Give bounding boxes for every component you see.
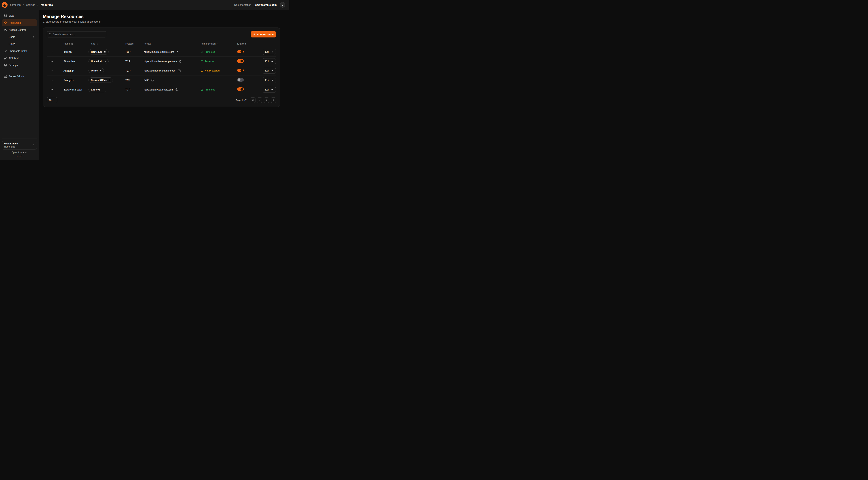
- arrow-right-icon: [271, 60, 273, 63]
- last-page-button[interactable]: [271, 97, 276, 103]
- access-cell: https://immich.example.com: [144, 50, 201, 54]
- enabled-toggle[interactable]: [237, 78, 244, 82]
- edit-button[interactable]: Edit: [263, 68, 276, 74]
- protocol-value: TCP: [125, 60, 144, 63]
- sidebar-item-shareable-links[interactable]: Shareable Links: [2, 48, 37, 54]
- toggle-knob: [241, 60, 243, 62]
- sidebar-item-roles[interactable]: Roles: [2, 40, 37, 47]
- enabled-toggle[interactable]: [237, 87, 244, 91]
- row-menu-button[interactable]: [50, 87, 54, 92]
- access-cell: https://authentik.example.com: [144, 69, 201, 72]
- sidebar-item-label: Sites: [9, 14, 14, 17]
- topbar-right: Documentation joe@example.com J: [234, 2, 285, 8]
- protocol-value: TCP: [125, 88, 144, 91]
- site-link-button[interactable]: Home Lab: [89, 49, 108, 55]
- documentation-link[interactable]: Documentation: [234, 3, 251, 6]
- arrow-up-right-icon: [99, 70, 101, 72]
- chevron-down-icon: [53, 99, 55, 101]
- sites-grid-icon: [4, 14, 7, 17]
- header-authentication[interactable]: Authentication: [201, 42, 237, 45]
- breadcrumb-resources: resources: [41, 3, 53, 6]
- row-menu-button[interactable]: [50, 59, 54, 63]
- table-row: Postgres Second Office TCP 5432 - Edit: [47, 76, 276, 85]
- arrow-right-icon: [271, 51, 273, 53]
- copy-icon[interactable]: [151, 79, 154, 82]
- site-name: Second Office: [91, 79, 107, 82]
- enabled-toggle[interactable]: [237, 69, 244, 72]
- site-link-button[interactable]: Second Office: [89, 78, 113, 83]
- auth-status: -: [201, 79, 237, 82]
- access-url: https://battery.example.com: [144, 88, 174, 91]
- enabled-toggle[interactable]: [237, 59, 244, 63]
- link-icon: [4, 50, 7, 53]
- site-name: Office: [91, 69, 98, 72]
- shield-check-icon: [201, 88, 204, 91]
- sidebar: Sites Resources Access Control Users: [0, 10, 39, 160]
- sidebar-item-api-keys[interactable]: API Keys: [2, 55, 37, 61]
- search-input[interactable]: [47, 31, 106, 37]
- page-size-value: 20: [49, 99, 52, 101]
- site-link-button[interactable]: Edge 01: [89, 87, 106, 92]
- breadcrumb-home-lab[interactable]: home-lab: [10, 3, 21, 6]
- breadcrumb: home-lab settings resources: [10, 3, 53, 6]
- avatar[interactable]: J: [280, 2, 285, 8]
- sidebar-item-sites[interactable]: Sites: [2, 12, 37, 19]
- sidebar-divider: [2, 70, 36, 71]
- organization-value: Home Lab: [4, 145, 18, 148]
- card-footer: 20 Page 1 of 1: [47, 97, 276, 103]
- copy-icon[interactable]: [178, 69, 181, 72]
- app-logo-icon[interactable]: [2, 2, 8, 8]
- sidebar-item-users[interactable]: Users: [2, 33, 37, 40]
- edit-button[interactable]: Edit: [263, 87, 276, 93]
- sidebar-item-access-control[interactable]: Access Control: [2, 26, 37, 33]
- first-page-button[interactable]: [250, 97, 255, 103]
- enabled-toggle[interactable]: [237, 50, 244, 53]
- row-menu-button[interactable]: [50, 50, 54, 54]
- sidebar-item-server-admin[interactable]: Server Admin: [2, 73, 37, 80]
- resource-name: Bitwarden: [63, 60, 89, 63]
- header-enabled: Enabled: [237, 42, 262, 45]
- chevron-right-icon: [37, 4, 39, 6]
- resources-table: Name Site Protocol Access Authentication: [47, 40, 276, 94]
- breadcrumb-settings[interactable]: settings: [26, 3, 35, 6]
- edit-button[interactable]: Edit: [263, 49, 276, 55]
- copy-icon[interactable]: [175, 88, 178, 91]
- organization-label: Organization: [4, 143, 18, 145]
- next-page-button[interactable]: [264, 97, 269, 103]
- external-link-icon: [25, 151, 27, 153]
- key-icon: [4, 57, 7, 60]
- chevron-right-icon: [22, 4, 25, 6]
- header-protocol: Protocol: [125, 42, 144, 45]
- sidebar-item-label: Roles: [9, 42, 15, 46]
- add-resource-button[interactable]: Add Resource: [251, 31, 276, 37]
- previous-page-button[interactable]: [257, 97, 262, 103]
- chevron-right-icon: [265, 99, 268, 101]
- organization-selector[interactable]: Organization Home Lab: [2, 141, 37, 150]
- row-menu-button[interactable]: [50, 69, 54, 73]
- ellipsis-icon: [50, 88, 53, 91]
- ellipsis-icon: [50, 60, 53, 63]
- shield-check-icon: [201, 51, 204, 53]
- site-link-button[interactable]: Office: [89, 68, 104, 73]
- site-link-button[interactable]: Home Lab: [89, 59, 108, 64]
- copy-icon[interactable]: [176, 50, 179, 54]
- page-size-select[interactable]: 20: [47, 97, 57, 103]
- arrow-right-icon: [271, 88, 273, 91]
- edit-button[interactable]: Edit: [263, 58, 276, 64]
- open-source-link[interactable]: Open Source: [2, 151, 37, 154]
- copy-icon[interactable]: [178, 60, 182, 63]
- protocol-value: TCP: [125, 79, 144, 82]
- topbar-left: home-lab settings resources: [2, 2, 53, 8]
- row-menu-button[interactable]: [50, 78, 54, 82]
- header-site[interactable]: Site: [89, 42, 125, 45]
- search-box: [47, 31, 106, 37]
- header-name[interactable]: Name: [63, 42, 89, 45]
- access-cell: https://bitwarden.example.com: [144, 60, 201, 63]
- site-name: Home Lab: [91, 60, 102, 63]
- edit-button[interactable]: Edit: [263, 77, 276, 83]
- shield-off-icon: [201, 69, 204, 72]
- app-shell: Sites Resources Access Control Users: [0, 10, 289, 160]
- toggle-knob: [241, 69, 243, 72]
- sidebar-item-settings[interactable]: Settings: [2, 62, 37, 68]
- sidebar-item-resources[interactable]: Resources: [2, 19, 37, 26]
